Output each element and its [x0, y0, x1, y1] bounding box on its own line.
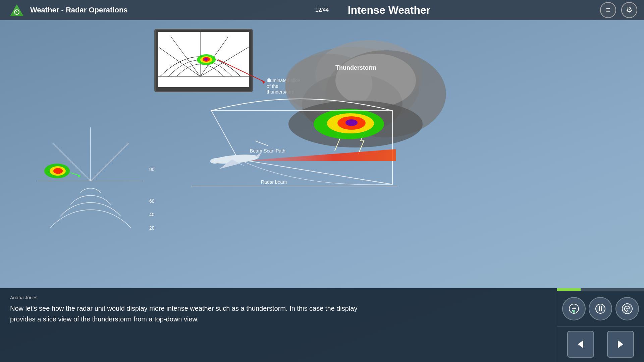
next-button[interactable] — [607, 331, 634, 358]
svg-text:20: 20 — [149, 225, 155, 231]
controls-area: ♻ 10 — [557, 288, 644, 362]
svg-text:of the: of the — [267, 83, 278, 89]
playback-controls: ♻ 10 — [557, 291, 644, 327]
nav-controls — [557, 327, 644, 362]
prev-button[interactable] — [567, 331, 594, 358]
svg-text:60: 60 — [149, 198, 155, 204]
svg-text:80: 80 — [149, 167, 155, 172]
svg-text:40: 40 — [149, 212, 155, 217]
narration-area: Ariana Jones Now let's see how the radar… — [0, 288, 557, 362]
svg-point-55 — [596, 304, 605, 313]
app-logo — [7, 2, 27, 18]
progress-fill — [557, 288, 581, 291]
svg-marker-48 — [77, 174, 80, 178]
radar-beam-label: Radar beam — [261, 179, 287, 185]
bottom-panel: Ariana Jones Now let's see how the radar… — [0, 288, 644, 362]
narrator-name: Ariana Jones — [10, 295, 547, 300]
svg-text:10: 10 — [626, 307, 629, 310]
progress-bar — [557, 288, 644, 291]
svg-marker-61 — [578, 340, 583, 348]
beam-scan-label: Beam-Scan Path — [250, 148, 285, 154]
settings-button[interactable]: ⚙ — [621, 2, 637, 18]
svg-rect-56 — [599, 306, 600, 311]
thunderstorm-label: Thunderstorm — [335, 64, 376, 71]
menu-button[interactable]: ≡ — [600, 2, 616, 18]
slide-counter: 12/44 — [315, 7, 329, 13]
svg-point-31 — [345, 119, 358, 126]
svg-line-39 — [91, 143, 128, 181]
header: Weather - Radar Operations 12/44 Intense… — [0, 0, 644, 20]
main-content: Illuminated slice of the thunderstorm. T… — [0, 20, 644, 288]
pause-button[interactable] — [589, 297, 612, 320]
page-title: Intense Weather — [348, 4, 431, 16]
svg-point-14 — [204, 58, 208, 61]
replay-button[interactable]: 10 — [615, 297, 639, 320]
transcript-button[interactable]: ♻ — [562, 297, 586, 320]
header-controls: ≡ ⚙ — [600, 2, 637, 18]
narration-text: Now let's see how the radar unit would d… — [10, 303, 379, 324]
svg-point-26 — [335, 54, 416, 107]
svg-marker-62 — [618, 340, 623, 348]
svg-rect-57 — [601, 306, 602, 311]
svg-marker-17 — [262, 80, 265, 84]
svg-text:♻: ♻ — [573, 310, 575, 313]
svg-point-47 — [53, 168, 63, 174]
svg-line-32 — [255, 141, 268, 146]
